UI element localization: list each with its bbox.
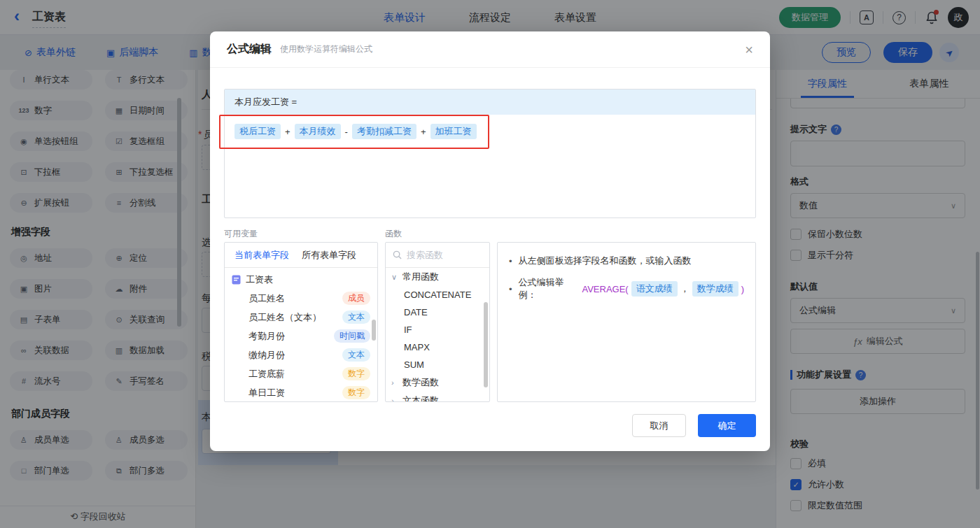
example-function-name: AVERAGE(	[582, 284, 628, 294]
hint-line-1: • 从左侧面板选择字段名和函数，或输入函数	[509, 255, 744, 267]
function-item[interactable]: IF	[386, 321, 489, 338]
example-variable-chip: 语文成绩	[631, 281, 678, 297]
function-item[interactable]: DATE	[386, 304, 489, 321]
chevron-right-icon: ›	[391, 397, 398, 402]
formula-target: 本月应发工资 =	[225, 90, 755, 115]
hints-box: • 从左侧面板选择字段名和函数，或输入函数 • 公式编辑举例： AVERAGE(…	[497, 242, 756, 402]
chevron-right-icon: ›	[391, 378, 398, 387]
formula-operator: +	[285, 127, 290, 137]
function-item[interactable]: MAPX	[386, 338, 489, 356]
variable-tabs: 当前表单字段 所有表单字段	[225, 243, 377, 268]
chevron-down-icon: ∨	[391, 273, 398, 282]
hint-line-2: • 公式编辑举例： AVERAGE( 语文成绩 ， 数学成绩 )	[509, 276, 744, 301]
confirm-button[interactable]: 确定	[698, 414, 756, 437]
modal-header: 公式编辑 使用数学运算符编辑公式 ×	[210, 31, 770, 68]
function-item[interactable]: SUM	[386, 356, 489, 373]
formula-variable-chip[interactable]: 加班工资	[430, 124, 477, 139]
function-search-input[interactable]	[407, 250, 473, 260]
formula-variable-chip[interactable]: 考勤扣减工资	[352, 124, 416, 139]
close-icon[interactable]: ×	[745, 43, 753, 57]
function-group-common[interactable]: ∨ 常用函数	[386, 268, 489, 286]
modal-subtitle: 使用数学运算符编辑公式	[280, 43, 372, 55]
function-group-math[interactable]: › 数学函数	[386, 373, 489, 392]
formula-operator: -	[345, 127, 348, 137]
variable-row[interactable]: 考勤月份时间戳	[225, 327, 377, 345]
variable-row[interactable]: 员工姓名成员	[225, 289, 377, 308]
formula-variable-chip[interactable]: 税后工资	[234, 124, 281, 139]
modal-title: 公式编辑	[227, 42, 272, 57]
variables-scrollbar[interactable]	[372, 320, 376, 341]
functions-scrollbar[interactable]	[484, 302, 488, 387]
variable-row[interactable]: 单日工资数字	[225, 383, 377, 402]
functions-label: 函数	[385, 228, 402, 240]
tab-all-form-fields[interactable]: 所有表单字段	[302, 249, 356, 262]
formula-editor[interactable]: 本月应发工资 = 税后工资 + 本月绩效 - 考勤扣减工资 + 加班工资	[224, 89, 756, 218]
variable-row[interactable]: 缴纳月份文本	[225, 345, 377, 364]
bullet-icon: •	[509, 284, 512, 294]
function-search	[386, 243, 489, 268]
example-variable-chip: 数学成绩	[692, 281, 738, 297]
formula-edit-modal: 公式编辑 使用数学运算符编辑公式 × 本月应发工资 = 税后工资 + 本月绩效 …	[210, 31, 770, 451]
variable-tree-root[interactable]: 工资表	[225, 268, 377, 289]
form-doc-icon	[232, 275, 241, 285]
variable-row[interactable]: 工资底薪数字	[225, 364, 377, 383]
app-root: ‹ 工资表 表单设计 流程设定 表单设置 数据管理 A ? 政 ⊘ 表单外链	[0, 0, 980, 528]
field-type-badge: 数字	[342, 367, 370, 380]
cancel-button[interactable]: 取消	[632, 414, 686, 437]
example-close-paren: )	[741, 284, 744, 294]
tab-current-form-fields[interactable]: 当前表单字段	[234, 249, 289, 262]
formula-expression: 税后工资 + 本月绩效 - 考勤扣减工资 + 加班工资	[225, 115, 755, 148]
function-group-text[interactable]: › 文本函数	[386, 392, 489, 402]
variable-list: 工资表 员工姓名成员 员工姓名（文本）文本 考勤月份时间戳 缴纳月份文本 工资底…	[225, 268, 377, 402]
field-type-badge: 文本	[342, 311, 370, 324]
variables-label: 可用变量	[224, 228, 258, 240]
field-type-badge: 成员	[342, 292, 370, 305]
function-item[interactable]: CONCATENATE	[386, 286, 489, 304]
field-type-badge: 时间戳	[334, 329, 370, 343]
variable-row[interactable]: 员工姓名（文本）文本	[225, 308, 377, 327]
formula-operator: +	[421, 127, 426, 137]
field-type-badge: 数字	[342, 386, 370, 399]
formula-variable-chip[interactable]: 本月绩效	[295, 124, 341, 139]
search-icon	[393, 250, 402, 259]
functions-box: ∨ 常用函数 CONCATENATE DATE IF MAPX SUM › 数学…	[385, 242, 490, 402]
example-comma: ，	[680, 283, 690, 295]
bullet-icon: •	[509, 256, 512, 266]
variables-box: 当前表单字段 所有表单字段 工资表 员工姓名成员 员工姓名（文本）文本 考勤月份…	[224, 242, 378, 402]
field-type-badge: 文本	[342, 348, 370, 362]
